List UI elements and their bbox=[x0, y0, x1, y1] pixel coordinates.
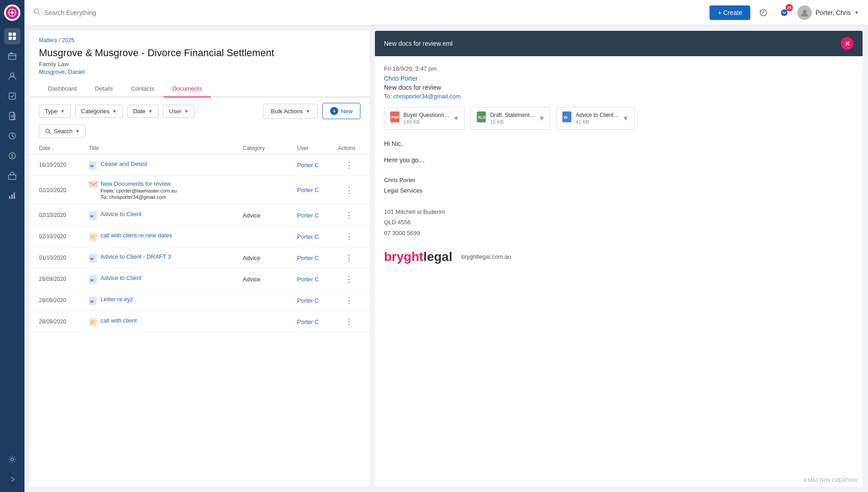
date-sort-icon[interactable]: ↓ bbox=[52, 146, 54, 151]
row-more-button[interactable]: ⋮ bbox=[342, 184, 356, 196]
sig-website: bryghtlegal.com.au bbox=[461, 251, 511, 262]
email-panel-title: New docs for review.eml bbox=[384, 40, 453, 47]
doc-actions: ⋮ bbox=[338, 184, 360, 196]
svg-point-22 bbox=[11, 458, 14, 461]
date-filter[interactable]: Date ▼ bbox=[127, 105, 158, 118]
documents-panel: Matters / 2025 Musgrove & Musgrove - Div… bbox=[30, 31, 369, 487]
search-input[interactable] bbox=[44, 9, 180, 16]
sidebar-item-expand[interactable] bbox=[4, 471, 20, 487]
user-filter[interactable]: User ▼ bbox=[163, 105, 194, 118]
attachment-card[interactable]: PDF Buyer Questionn… 149 KB ▼ bbox=[384, 107, 465, 130]
doc-actions: ⋮ bbox=[338, 252, 360, 264]
svg-rect-33 bbox=[89, 181, 97, 188]
sidebar-item-matters[interactable] bbox=[4, 48, 20, 64]
table-row: 02/10/2020 New Documents for review From… bbox=[30, 176, 369, 205]
breadcrumb-matters[interactable]: Matters bbox=[39, 37, 57, 43]
svg-rect-8 bbox=[9, 54, 16, 59]
categories-filter[interactable]: Categories ▼ bbox=[75, 105, 123, 118]
table-row: 01/10/2020 W Advice to Client - DRAFT 3 … bbox=[30, 247, 369, 269]
row-more-button[interactable]: ⋮ bbox=[342, 231, 356, 242]
sidebar-item-settings[interactable] bbox=[4, 451, 20, 468]
tab-documents[interactable]: Documents bbox=[163, 81, 211, 97]
doc-title-cell: W Letter re xyz bbox=[89, 296, 243, 305]
row-more-button[interactable]: ⋮ bbox=[342, 316, 356, 328]
user-menu[interactable]: Porter, Chris ▼ bbox=[797, 5, 859, 20]
sig-title: Legal Services bbox=[384, 185, 854, 196]
svg-text:PDF: PDF bbox=[391, 115, 400, 120]
doc-title-link[interactable]: call with client re new dates bbox=[101, 232, 172, 239]
svg-rect-4 bbox=[9, 33, 12, 36]
pdf-attachment-icon: PDF bbox=[390, 111, 400, 125]
search-chevron-icon: ▼ bbox=[75, 129, 80, 134]
sidebar-item-reports[interactable] bbox=[4, 188, 20, 204]
doc-title-link[interactable]: Advice to Client - DRAFT 3 bbox=[101, 253, 171, 260]
sidebar-item-trust[interactable] bbox=[4, 168, 20, 184]
tab-details[interactable]: Details bbox=[86, 81, 122, 97]
svg-text:W: W bbox=[90, 299, 94, 304]
svg-text:W: W bbox=[90, 257, 94, 261]
bulk-actions-button[interactable]: Bulk Actions ▼ bbox=[263, 104, 318, 119]
row-more-button[interactable]: ⋮ bbox=[342, 273, 356, 285]
doc-title-link[interactable]: Letter re xyz bbox=[101, 296, 133, 303]
doc-category: Advice bbox=[243, 255, 297, 261]
doc-title-link[interactable]: Advice to Client bbox=[101, 211, 141, 217]
attachment-size: 41 KB bbox=[575, 119, 619, 125]
search-filter-button[interactable]: Search ▼ bbox=[39, 125, 86, 138]
new-plus-icon: + bbox=[330, 107, 338, 115]
type-filter[interactable]: Type ▼ bbox=[39, 105, 71, 118]
doc-user: Porter C bbox=[297, 233, 338, 240]
sig-phone: 07 3000 5699 bbox=[384, 228, 854, 238]
attachment-card[interactable]: XLS Draft. Statement… 15 KB ▼ bbox=[470, 107, 551, 130]
matter-title: Musgrove & Musgrove - Divorce Financial … bbox=[39, 47, 360, 59]
sidebar-item-tasks[interactable] bbox=[4, 88, 20, 104]
sig-address2: QLD 4556 bbox=[384, 217, 854, 227]
new-document-button[interactable]: + New bbox=[322, 103, 360, 119]
breadcrumb-year[interactable]: 2025 bbox=[62, 37, 74, 43]
new-label: New bbox=[341, 108, 353, 115]
email-doc-icon bbox=[89, 181, 98, 190]
doc-title-cell: W Advice to Client - DRAFT 3 bbox=[89, 253, 243, 263]
doc-category: Advice bbox=[243, 212, 297, 219]
doc-date: 28/09/2020 bbox=[39, 276, 89, 282]
attachment-card[interactable]: W Advice to Client… 41 KB ▼ bbox=[556, 107, 634, 130]
sidebar-item-billing[interactable]: $ bbox=[4, 148, 20, 164]
email-close-button[interactable]: ✕ bbox=[841, 37, 854, 50]
doc-title-link[interactable]: call with client bbox=[101, 317, 137, 324]
svg-text:W: W bbox=[90, 214, 94, 218]
sig-name: Chris Porter bbox=[384, 175, 854, 185]
sidebar: $ bbox=[0, 0, 24, 492]
doc-title-link[interactable]: New Documents for review bbox=[101, 180, 171, 187]
table-row: 28/09/2020 call with client bbox=[30, 311, 369, 333]
svg-text:XLS: XLS bbox=[478, 115, 486, 120]
matter-client[interactable]: Musgrove, Daniel bbox=[39, 68, 360, 75]
sidebar-item-time[interactable] bbox=[4, 128, 20, 144]
tab-contacts[interactable]: Contacts bbox=[122, 81, 163, 97]
doc-title-link[interactable]: Advice to Client bbox=[101, 275, 141, 281]
notification-badge: 25 bbox=[786, 4, 793, 11]
attachment-expand-icon[interactable]: ▼ bbox=[539, 115, 545, 122]
tab-dashboard[interactable]: Dashboard bbox=[39, 81, 86, 97]
doc-user: Porter C bbox=[297, 187, 338, 193]
app-logo[interactable] bbox=[4, 5, 20, 21]
sidebar-item-grid[interactable] bbox=[4, 28, 20, 44]
row-more-button[interactable]: ⋮ bbox=[342, 294, 356, 306]
history-button[interactable] bbox=[756, 5, 771, 20]
email-date-time: Fri 18/9/20, 3:47 pm bbox=[384, 65, 854, 72]
row-more-button[interactable]: ⋮ bbox=[342, 209, 356, 221]
email-to-address[interactable]: chrisporter34@gmail.com bbox=[393, 93, 460, 100]
row-more-button[interactable]: ⋮ bbox=[342, 252, 356, 264]
row-more-button[interactable]: ⋮ bbox=[342, 159, 356, 171]
email-viewer-panel: New docs for review.eml ✕ Fri 18/9/20, 3… bbox=[375, 31, 863, 487]
doc-category: Advice bbox=[243, 276, 297, 283]
user-avatar bbox=[797, 5, 812, 20]
doc-title-link[interactable]: Cease and Desist bbox=[101, 160, 147, 167]
categories-filter-label: Categories bbox=[81, 108, 110, 115]
date-chevron-icon: ▼ bbox=[148, 109, 153, 114]
sidebar-item-contacts[interactable] bbox=[4, 68, 20, 84]
sidebar-item-documents[interactable] bbox=[4, 108, 20, 124]
attachment-expand-icon[interactable]: ▼ bbox=[623, 115, 629, 122]
attachment-expand-icon[interactable]: ▼ bbox=[453, 115, 459, 122]
user-name-label: Porter, Chris bbox=[815, 9, 851, 16]
notifications-button[interactable]: 25 bbox=[777, 5, 792, 20]
create-button[interactable]: + Create bbox=[710, 5, 750, 20]
